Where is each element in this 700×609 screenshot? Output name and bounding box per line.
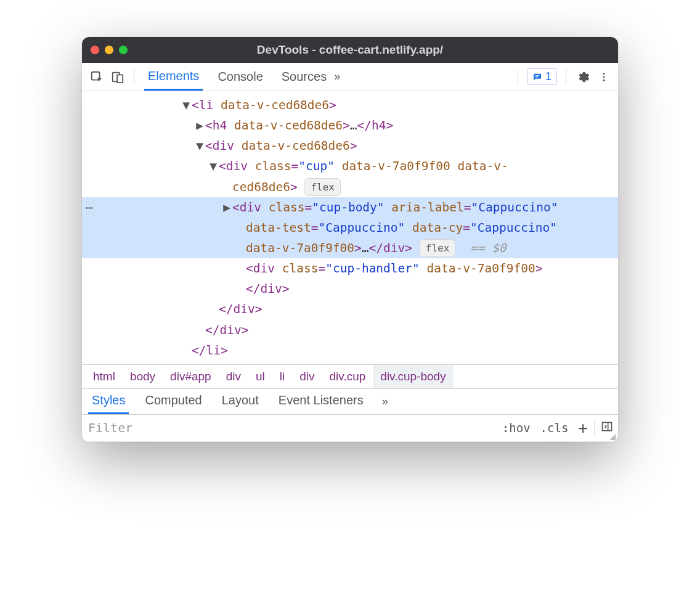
styles-tabs: Styles Computed Layout Event Listeners »	[82, 389, 618, 415]
main-toolbar: Elements Console Sources » 1	[82, 63, 618, 91]
more-styles-tabs-icon[interactable]: »	[382, 395, 388, 408]
titlebar: DevTools - coffee-cart.netlify.app/	[82, 37, 618, 63]
svg-point-5	[603, 73, 605, 75]
selected-node-eq0: == $0	[470, 241, 507, 255]
resize-corner-icon[interactable]	[609, 434, 616, 440]
tab-elements[interactable]: Elements	[144, 63, 203, 91]
dom-node-line[interactable]: ▼<div class="cup" data-v-7a0f9f00 data-v…	[82, 156, 618, 176]
minimize-window-button[interactable]	[105, 46, 113, 54]
expand-toggle-open-icon[interactable]: ▼	[181, 95, 192, 115]
breadcrumb-item[interactable]: div	[292, 365, 322, 388]
breadcrumb-item[interactable]: li	[272, 365, 292, 388]
svg-rect-4	[535, 76, 539, 77]
svg-rect-2	[117, 75, 123, 83]
expand-toggle-closed-icon[interactable]: ▶	[194, 115, 205, 136]
tab-styles[interactable]: Styles	[88, 389, 129, 414]
svg-point-6	[603, 76, 605, 78]
styles-filter-row: :hov .cls +	[82, 415, 618, 442]
issues-badge[interactable]: 1	[527, 68, 557, 85]
dom-node-line[interactable]: <div class="cup-handler" data-v-7a0f9f00…	[82, 258, 618, 279]
breadcrumb-item[interactable]: div	[219, 365, 248, 388]
breadcrumb-trail: htmlbodydiv#appdivullidivdiv.cupdiv.cup-…	[82, 364, 618, 389]
dom-node-line[interactable]: </div>	[82, 320, 618, 340]
expand-toggle-open-icon[interactable]: ▼	[194, 136, 205, 156]
cls-toggle[interactable]: .cls	[535, 421, 574, 435]
dom-node-line[interactable]: ▶<h4 data-v-ced68de6>…</h4>	[82, 115, 618, 136]
close-window-button[interactable]	[91, 46, 99, 54]
message-icon	[532, 72, 542, 82]
device-toolbar-icon[interactable]	[109, 68, 126, 86]
traffic-lights	[91, 46, 128, 54]
devtools-window: DevTools - coffee-cart.netlify.app/ Elem…	[82, 37, 618, 442]
dom-node-line[interactable]: ▼<li data-v-ced68de6>	[82, 95, 618, 115]
breadcrumb-item[interactable]: div#app	[163, 365, 219, 388]
kebab-menu-icon[interactable]	[596, 69, 612, 85]
dom-node-line[interactable]: ⋯▶<div class="cup-body" aria-label="Capp…	[82, 197, 618, 218]
toolbar-separator	[518, 69, 518, 85]
dom-node-line[interactable]: </div>	[82, 279, 618, 299]
breadcrumb-item[interactable]: html	[86, 365, 123, 388]
separator	[594, 420, 595, 436]
settings-gear-icon[interactable]	[575, 69, 591, 85]
issues-count: 1	[545, 70, 551, 83]
zoom-window-button[interactable]	[119, 46, 128, 54]
dom-node-line[interactable]: </li>	[82, 340, 618, 361]
tab-computed[interactable]: Computed	[141, 389, 205, 414]
new-style-rule-icon[interactable]: +	[573, 419, 593, 437]
more-tabs-chevron-icon[interactable]: »	[334, 70, 340, 83]
breadcrumb-item[interactable]: ul	[248, 365, 272, 388]
dom-node-line[interactable]: ▼<div data-v-ced68de6>	[82, 136, 618, 156]
tab-sources[interactable]: Sources	[278, 63, 330, 91]
dom-node-line[interactable]: data-v-7a0f9f00>…</div> flex == $0	[82, 238, 618, 258]
styles-filter-input[interactable]	[82, 420, 497, 435]
expand-toggle-open-icon[interactable]: ▼	[208, 156, 219, 176]
flex-badge[interactable]: flex	[420, 239, 456, 257]
breadcrumb-item[interactable]: body	[123, 365, 163, 388]
dom-tree[interactable]: ▼<li data-v-ced68de6>▶<h4 data-v-ced68de…	[82, 91, 618, 364]
panel-tabs: Elements Console Sources	[144, 63, 330, 91]
tab-console[interactable]: Console	[214, 63, 266, 91]
breadcrumb-item[interactable]: div.cup	[322, 365, 373, 388]
hov-toggle[interactable]: :hov	[497, 421, 535, 435]
dom-node-line[interactable]: </div>	[82, 299, 618, 319]
svg-rect-8	[603, 423, 612, 431]
toolbar-separator	[134, 69, 134, 85]
gutter-dots-icon[interactable]: ⋯	[86, 197, 93, 218]
toggle-sidebar-icon[interactable]	[596, 420, 618, 435]
svg-rect-3	[535, 75, 540, 76]
toolbar-separator	[566, 69, 566, 85]
expand-toggle-closed-icon[interactable]: ▶	[221, 197, 232, 218]
dom-node-line[interactable]: ced68de6> flex	[82, 177, 618, 197]
inspect-element-icon[interactable]	[88, 68, 105, 86]
toolbar-right: 1	[514, 68, 612, 85]
tab-layout[interactable]: Layout	[218, 389, 262, 414]
dom-node-line[interactable]: data-test="Cappuccino" data-cy="Cappucci…	[82, 218, 618, 238]
breadcrumb-item[interactable]: div.cup-body	[373, 365, 453, 388]
tab-event-listeners[interactable]: Event Listeners	[275, 389, 367, 414]
svg-point-7	[603, 79, 605, 81]
flex-badge[interactable]: flex	[304, 178, 341, 196]
window-title: DevTools - coffee-cart.netlify.app/	[82, 43, 618, 57]
